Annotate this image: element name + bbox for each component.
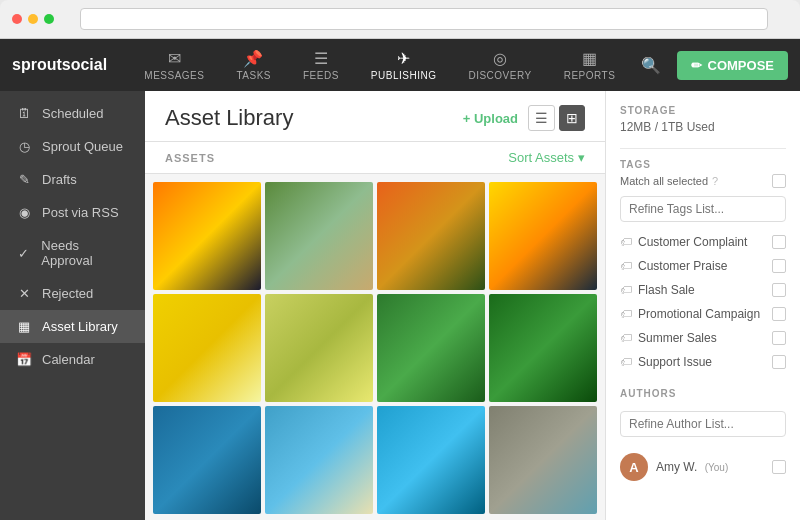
tags-header: Match all selected ?: [620, 174, 786, 188]
address-bar[interactable]: [80, 8, 768, 30]
view-toggle: ☰ ⊞: [528, 105, 585, 131]
image-grid: [145, 174, 605, 520]
tag-label: Flash Sale: [638, 283, 695, 297]
nav-item-messages[interactable]: ✉ MESSAGES: [128, 49, 220, 81]
nav-item-tasks[interactable]: 📌 TASKS: [220, 49, 287, 81]
sprout-queue-icon: ◷: [16, 139, 32, 154]
compose-button[interactable]: ✏ COMPOSE: [677, 51, 788, 80]
author-item-amy: A Amy W. (You): [620, 453, 786, 481]
assets-bar: ASSETS Sort Assets ▾: [145, 142, 605, 174]
list-item[interactable]: [489, 294, 597, 402]
tag-item-customer-complaint: 🏷 Customer Complaint: [620, 230, 786, 254]
main-header: Asset Library + Upload ☰ ⊞: [145, 91, 605, 142]
sidebar-item-label-calendar: Calendar: [42, 352, 95, 367]
tag-icon: 🏷: [620, 259, 632, 273]
sidebar-item-post-via-rss[interactable]: ◉ Post via RSS: [0, 196, 145, 229]
sidebar-item-rejected[interactable]: ✕ Rejected: [0, 277, 145, 310]
help-icon: ?: [712, 175, 718, 187]
list-item[interactable]: [377, 406, 485, 514]
tasks-icon: 📌: [243, 49, 264, 68]
sidebar-item-calendar[interactable]: 📅 Calendar: [0, 343, 145, 376]
tag-label: Promotional Campaign: [638, 307, 760, 321]
expand-dot[interactable]: [44, 14, 54, 24]
publishing-icon: ✈: [397, 49, 411, 68]
rss-icon: ◉: [16, 205, 32, 220]
search-button[interactable]: 🔍: [633, 52, 669, 79]
nav-item-reports[interactable]: ▦ REPORTS: [548, 49, 632, 81]
list-item[interactable]: [153, 406, 261, 514]
close-dot[interactable]: [12, 14, 22, 24]
sidebar-item-needs-approval[interactable]: ✓ Needs Approval: [0, 229, 145, 277]
list-item[interactable]: [377, 182, 485, 290]
author-checkbox-amy[interactable]: [772, 460, 786, 474]
nav-label-discovery: DISCOVERY: [468, 70, 531, 81]
sort-assets-button[interactable]: Sort Assets ▾: [508, 150, 585, 165]
reports-icon: ▦: [582, 49, 598, 68]
logo-social: social: [62, 56, 107, 73]
minimize-dot[interactable]: [28, 14, 38, 24]
tag-checkbox-support-issue[interactable]: [772, 355, 786, 369]
right-panel: STORAGE 12MB / 1TB Used TAGS Match all s…: [605, 91, 800, 520]
tag-item-flash-sale: 🏷 Flash Sale: [620, 278, 786, 302]
list-item[interactable]: [153, 294, 261, 402]
nav-item-publishing[interactable]: ✈ PUBLISHING: [355, 49, 453, 81]
nav-label-tasks: TASKS: [236, 70, 271, 81]
tag-checkbox-flash-sale[interactable]: [772, 283, 786, 297]
tag-checkbox-summer-sales[interactable]: [772, 331, 786, 345]
list-item[interactable]: [153, 182, 261, 290]
sidebar-item-drafts[interactable]: ✎ Drafts: [0, 163, 145, 196]
match-label-text: Match all selected: [620, 175, 708, 187]
nav-item-discovery[interactable]: ◎ DISCOVERY: [452, 49, 547, 81]
nav-item-feeds[interactable]: ☰ FEEDS: [287, 49, 355, 81]
panel-divider: [620, 148, 786, 149]
sidebar-item-label-rss: Post via RSS: [42, 205, 119, 220]
author-name-text: Amy W.: [656, 460, 697, 474]
list-item[interactable]: [377, 294, 485, 402]
assets-label: ASSETS: [165, 152, 215, 164]
feeds-icon: ☰: [314, 49, 329, 68]
discovery-icon: ◎: [493, 49, 508, 68]
asset-library-icon: ▦: [16, 319, 32, 334]
tag-icon: 🏷: [620, 355, 632, 369]
storage-used: 12MB / 1TB Used: [620, 120, 786, 134]
page-title: Asset Library: [165, 105, 293, 131]
nav-actions: 🔍 ✏ COMPOSE: [633, 51, 788, 80]
grid-view-button[interactable]: ⊞: [559, 105, 585, 131]
approval-icon: ✓: [16, 246, 31, 261]
refine-tags-input[interactable]: [620, 196, 786, 222]
tag-icon: 🏷: [620, 235, 632, 249]
nav-label-messages: MESSAGES: [144, 70, 204, 81]
list-view-button[interactable]: ☰: [528, 105, 555, 131]
tag-icon: 🏷: [620, 307, 632, 321]
sidebar-item-asset-library[interactable]: ▦ Asset Library: [0, 310, 145, 343]
tag-label: Customer Praise: [638, 259, 727, 273]
logo-sprout: sprout: [12, 56, 62, 73]
compose-icon: ✏: [691, 58, 702, 73]
tag-checkbox-promotional-campaign[interactable]: [772, 307, 786, 321]
sidebar-item-label-asset-library: Asset Library: [42, 319, 118, 334]
match-checkbox[interactable]: [772, 174, 786, 188]
tag-checkbox-customer-complaint[interactable]: [772, 235, 786, 249]
compose-label: COMPOSE: [708, 58, 774, 73]
sort-label: Sort Assets: [508, 150, 574, 165]
window-chrome: [0, 0, 800, 39]
list-item[interactable]: [489, 406, 597, 514]
storage-section-label: STORAGE: [620, 105, 786, 116]
list-item[interactable]: [265, 406, 373, 514]
sidebar-item-label-scheduled: Scheduled: [42, 106, 103, 121]
sidebar-item-label-drafts: Drafts: [42, 172, 77, 187]
avatar: A: [620, 453, 648, 481]
list-item[interactable]: [265, 182, 373, 290]
sidebar-item-sprout-queue[interactable]: ◷ Sprout Queue: [0, 130, 145, 163]
upload-button[interactable]: + Upload: [463, 111, 518, 126]
nav-label-publishing: PUBLISHING: [371, 70, 437, 81]
tag-item-promotional-campaign: 🏷 Promotional Campaign: [620, 302, 786, 326]
list-item[interactable]: [265, 294, 373, 402]
sort-chevron-icon: ▾: [578, 150, 585, 165]
refine-authors-input[interactable]: [620, 411, 786, 437]
messages-icon: ✉: [168, 49, 182, 68]
tag-checkbox-customer-praise[interactable]: [772, 259, 786, 273]
tags-section-label: TAGS: [620, 159, 786, 170]
sidebar-item-scheduled[interactable]: 🗓 Scheduled: [0, 97, 145, 130]
list-item[interactable]: [489, 182, 597, 290]
